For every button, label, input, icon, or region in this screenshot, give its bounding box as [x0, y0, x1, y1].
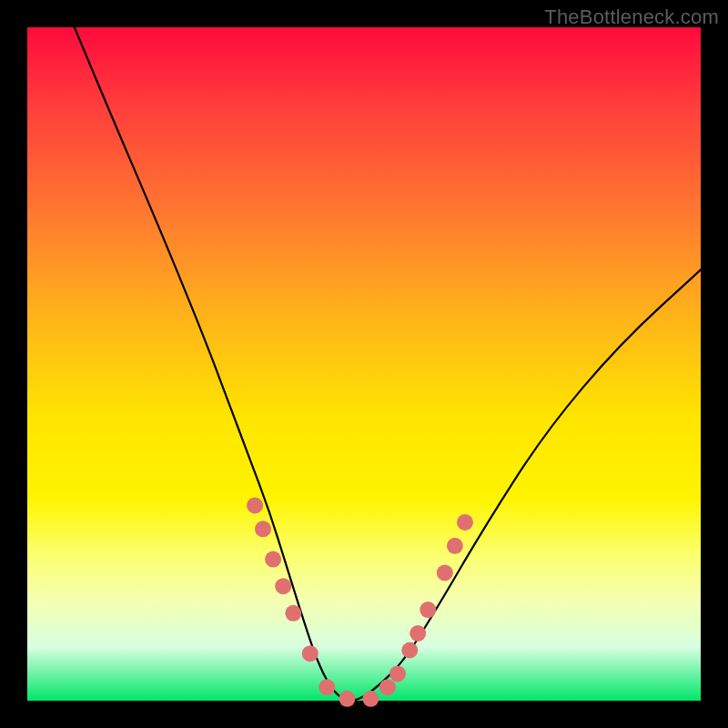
chart-svg — [27, 27, 701, 701]
bottleneck-curve — [75, 27, 701, 701]
data-marker — [302, 645, 318, 662]
data-marker — [255, 521, 271, 537]
data-marker — [447, 538, 463, 554]
data-marker — [379, 679, 396, 695]
data-marker — [389, 665, 406, 682]
data-marker — [318, 679, 335, 695]
chart-frame: TheBottleneck.com — [0, 0, 728, 728]
data-marker — [401, 642, 418, 659]
data-marker — [410, 625, 426, 642]
data-marker — [420, 602, 436, 618]
data-marker — [247, 497, 263, 513]
data-marker — [362, 691, 379, 707]
data-marker — [339, 691, 356, 707]
data-marker — [457, 514, 473, 531]
data-marker — [437, 564, 453, 581]
plot-area — [27, 27, 701, 701]
data-marker — [275, 578, 291, 594]
data-marker — [285, 605, 301, 622]
attribution-text: TheBottleneck.com — [544, 5, 719, 29]
data-marker — [265, 551, 281, 568]
